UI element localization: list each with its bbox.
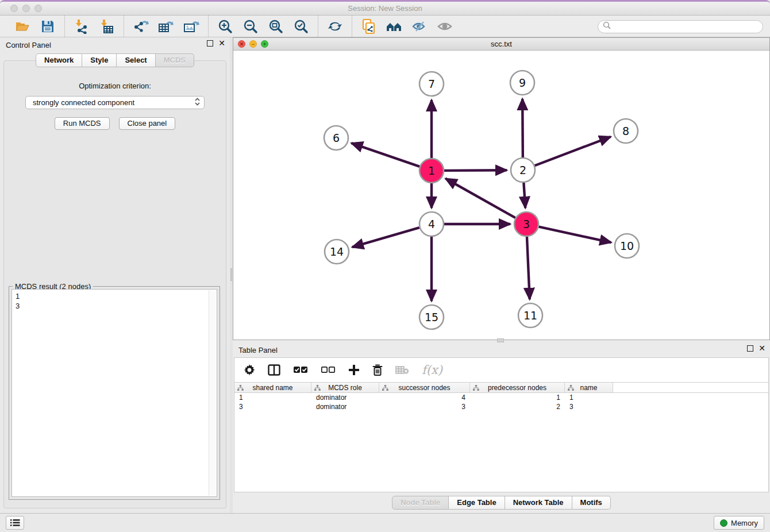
column-header-shared-name[interactable]: shared name xyxy=(234,383,311,392)
result-scrollbar[interactable] xyxy=(209,290,216,496)
graph-edge-3-1[interactable] xyxy=(445,179,515,218)
task-history-button[interactable] xyxy=(6,516,24,530)
show-all-icon[interactable] xyxy=(436,18,453,34)
table-row[interactable]: 1dominator411 xyxy=(234,393,768,402)
mcds-result-item[interactable]: 3 xyxy=(16,301,217,311)
settings-gear-icon[interactable] xyxy=(244,364,255,376)
graph-node-label: 6 xyxy=(333,132,340,144)
column-header-MCDS-role[interactable]: MCDS role xyxy=(311,383,379,392)
table-cell[interactable]: 3 xyxy=(234,402,311,411)
save-session-icon[interactable] xyxy=(39,18,56,34)
table-cell[interactable]: 1 xyxy=(234,393,311,402)
table-cell[interactable]: 3 xyxy=(379,402,470,411)
open-file-icon[interactable] xyxy=(14,18,31,34)
zoom-out-icon[interactable] xyxy=(242,18,259,34)
delete-table-icon[interactable] xyxy=(395,365,409,375)
mcds-result-item[interactable]: 1 xyxy=(16,291,217,301)
table-cell[interactable]: dominator xyxy=(311,393,379,402)
network-window-titlebar[interactable]: ✕ − + scc.txt xyxy=(233,38,769,51)
table-cell[interactable]: 1 xyxy=(565,393,613,402)
table-cell[interactable]: 1 xyxy=(470,393,565,402)
control-panel-float-icon[interactable] xyxy=(207,40,213,47)
table-panel-title: Table Panel xyxy=(238,346,278,354)
column-header-predecessor-nodes[interactable]: predecessor nodes xyxy=(470,383,565,392)
tab-mcds[interactable]: MCDS xyxy=(156,53,194,67)
tab-motifs[interactable]: Motifs xyxy=(572,496,611,510)
graph-edge-2-8[interactable] xyxy=(535,137,611,165)
hierarchy-icon xyxy=(473,385,479,391)
table-panel-close-icon[interactable]: ✕ xyxy=(759,345,765,352)
network-view-window: ✕ − + scc.txt 7968124314101511 xyxy=(233,37,770,340)
graph-node-label: 4 xyxy=(428,218,435,230)
table-cell[interactable]: dominator xyxy=(311,402,379,411)
graph-node-label: 11 xyxy=(523,309,537,322)
graph-edge-2-3[interactable] xyxy=(523,183,525,208)
table-cell[interactable]: 2 xyxy=(470,402,565,411)
tab-select[interactable]: Select xyxy=(117,53,155,67)
hide-selected-icon[interactable] xyxy=(411,18,428,34)
control-panel-close-icon[interactable]: ✕ xyxy=(218,40,225,47)
graph-edge-4-14[interactable] xyxy=(352,228,419,247)
graph-edge-1-6[interactable] xyxy=(351,143,419,167)
optimization-criterion-select[interactable]: strongly connected component xyxy=(25,96,205,109)
hierarchy-icon xyxy=(382,385,388,391)
table-header-row: shared nameMCDS rolesuccessor nodesprede… xyxy=(234,382,768,393)
optimization-criterion-value: strongly connected component xyxy=(33,98,194,107)
splitter-grip[interactable] xyxy=(497,338,504,342)
zoom-in-icon[interactable] xyxy=(217,18,234,34)
column-header-successor-nodes[interactable]: successor nodes xyxy=(379,383,470,392)
tab-style[interactable]: Style xyxy=(82,53,117,67)
first-neighbors-icon[interactable] xyxy=(386,18,403,34)
zoom-selected-icon[interactable] xyxy=(292,18,310,34)
graph-edge-2-9[interactable] xyxy=(522,99,523,157)
control-panel-tabs: Network Style Select MCDS xyxy=(0,53,230,67)
tab-edge-table[interactable]: Edge Table xyxy=(449,496,505,510)
tab-network[interactable]: Network xyxy=(36,53,82,67)
graph-edge-3-11[interactable] xyxy=(527,237,530,299)
tab-network-table[interactable]: Network Table xyxy=(505,496,572,510)
network-canvas[interactable]: 7968124314101511 xyxy=(233,51,769,340)
tab-node-table[interactable]: Node Table xyxy=(392,496,449,510)
search-input[interactable] xyxy=(598,20,763,33)
optimization-criterion-label: Optimization criterion: xyxy=(4,82,226,90)
table-panel-float-icon[interactable] xyxy=(747,345,753,352)
column-layout-icon[interactable] xyxy=(268,364,280,376)
memory-button[interactable]: Memory xyxy=(714,516,764,530)
graph-edge-1-2[interactable] xyxy=(444,170,507,171)
graph-node-label: 1 xyxy=(428,164,435,177)
table-row[interactable]: 3dominator323 xyxy=(234,402,768,411)
vertical-splitter[interactable] xyxy=(230,37,233,513)
function-builder-icon[interactable]: f(x) xyxy=(422,363,442,377)
deselect-all-columns-icon[interactable] xyxy=(321,366,336,374)
delete-column-icon[interactable] xyxy=(372,364,383,376)
memory-button-label: Memory xyxy=(731,519,758,527)
table-cell[interactable]: 3 xyxy=(565,402,613,411)
table-cell[interactable]: 4 xyxy=(379,393,470,402)
run-mcds-button[interactable]: Run MCDS xyxy=(55,117,110,130)
column-header-filler xyxy=(613,383,768,392)
graph-edge-3-10[interactable] xyxy=(538,227,611,242)
table-rows[interactable]: 1dominator4113dominator323 xyxy=(234,393,768,492)
graph-node-label: 7 xyxy=(428,78,435,90)
export-table-icon[interactable] xyxy=(157,18,175,34)
mcds-result-list[interactable]: 1 3 xyxy=(11,289,217,497)
list-icon xyxy=(10,519,20,527)
network-graph[interactable]: 7968124314101511 xyxy=(233,51,768,339)
export-network-icon[interactable] xyxy=(132,18,149,34)
apply-layout-icon[interactable] xyxy=(326,18,344,34)
table-toolbar: f(x) xyxy=(234,358,768,382)
zoom-fit-icon[interactable] xyxy=(267,18,284,34)
select-all-columns-icon[interactable] xyxy=(293,366,308,374)
add-column-icon[interactable] xyxy=(348,364,360,376)
import-table-icon[interactable] xyxy=(98,18,116,34)
splitter-grip[interactable] xyxy=(230,268,232,281)
search-icon xyxy=(603,21,611,32)
table-tabs: Node Table Edge Table Network Table Moti… xyxy=(233,492,770,513)
graph-node-label: 8 xyxy=(622,125,629,137)
import-network-icon[interactable] xyxy=(73,18,90,34)
column-header-name[interactable]: name xyxy=(565,383,613,392)
clone-network-icon[interactable] xyxy=(360,18,378,34)
export-image-icon[interactable] xyxy=(183,18,200,34)
graph-node-label: 14 xyxy=(330,245,344,258)
close-panel-button[interactable]: Close panel xyxy=(119,117,176,130)
